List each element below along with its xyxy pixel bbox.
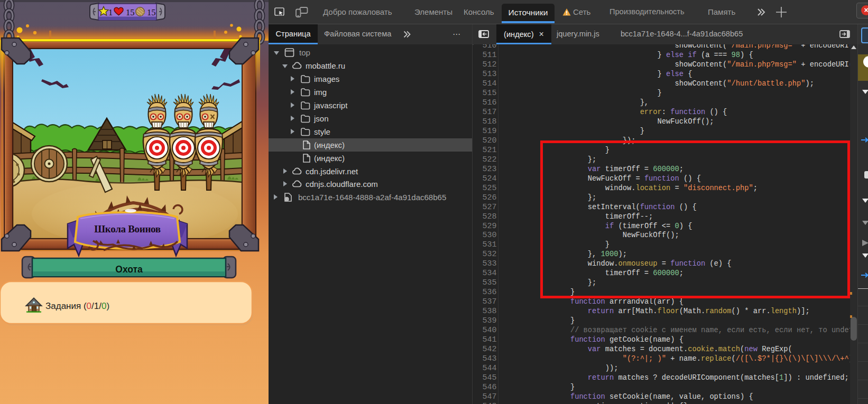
svg-text:Школа Воинов: Школа Воинов xyxy=(94,223,161,234)
svg-text:Задания (0/1/0): Задания (0/1/0) xyxy=(45,301,109,311)
svg-text:Охота: Охота xyxy=(115,264,143,275)
svg-text:1: 1 xyxy=(108,7,113,17)
svg-text:15: 15 xyxy=(126,7,135,17)
svg-text:15: 15 xyxy=(147,7,156,17)
